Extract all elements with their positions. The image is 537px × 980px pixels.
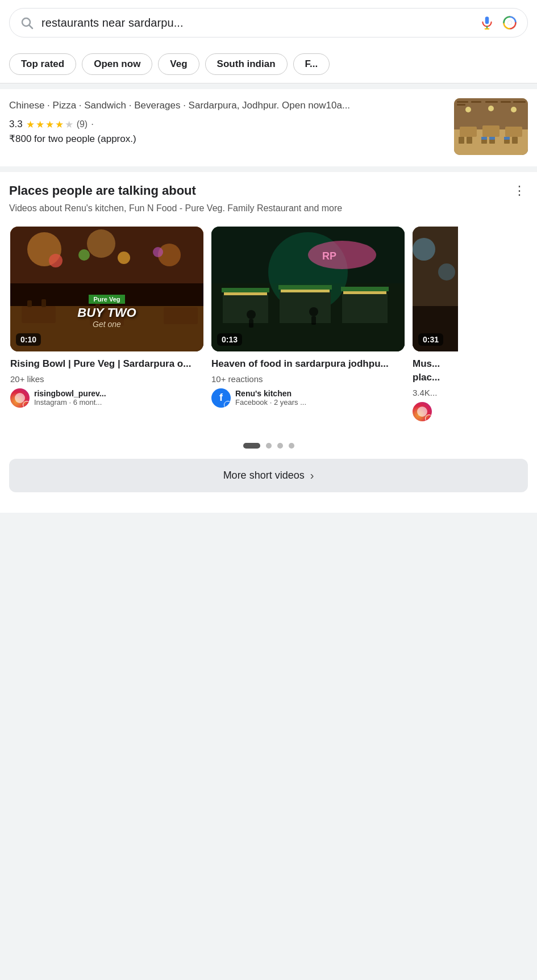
svg-rect-8 [454, 98, 528, 129]
video-thumb-2: RP [211, 227, 405, 351]
svg-point-27 [465, 107, 471, 112]
video-info-2: Heaven of food in sardarpura jodhpu... 1… [211, 351, 405, 412]
star-1: ★ [26, 119, 35, 131]
svg-point-65 [413, 238, 435, 261]
svg-rect-17 [505, 127, 522, 137]
dot-2 [266, 443, 272, 449]
more-videos-label: More short videos [223, 470, 305, 481]
video-card-2[interactable]: RP [211, 227, 405, 426]
restaurant-text: Chinese · Pizza · Sandwich · Beverages ·… [9, 98, 447, 145]
star-4: ★ [55, 119, 64, 131]
svg-text:RP: RP [322, 250, 336, 262]
video-likes-2: 10+ reactions [211, 374, 405, 384]
search-bar[interactable]: restaurants near sardarpu... [9, 8, 528, 37]
places-header: Places people are talking about ⋮ [9, 183, 528, 198]
svg-point-60 [247, 310, 256, 319]
svg-rect-2 [485, 16, 489, 24]
search-icon [20, 16, 34, 30]
section-divider [0, 166, 537, 172]
svg-point-62 [309, 307, 318, 316]
star-5: ★ [65, 119, 73, 131]
video-duration-1: 0:10 [16, 333, 41, 346]
instagram-badge-3 [425, 414, 432, 421]
svg-point-29 [511, 107, 517, 112]
video-card-3-partial[interactable]: 0:31 Mus... plac... 3.4K... [413, 227, 458, 426]
source-name-1: risingbowl_purev... [34, 389, 106, 398]
video-duration-2: 0:13 [217, 333, 242, 346]
chip-top-rated[interactable]: Top rated [9, 53, 76, 75]
rating-row: 3.3 ★ ★ ★ ★ ★ (9) · [9, 119, 447, 131]
mic-icon[interactable] [480, 15, 494, 30]
pagination-dots [9, 435, 528, 459]
video-card-1[interactable]: Pure Veg BUY TWO Get one 0:10 Rising Bow… [10, 227, 203, 426]
restaurant-image [454, 98, 528, 155]
video-title-2: Heaven of food in sardarpura jodhpu... [211, 357, 405, 371]
pure-veg-badge: Pure Veg [89, 295, 124, 304]
chip-south-indian[interactable]: South indian [205, 53, 288, 75]
dot-separator: · [91, 119, 94, 130]
rating-number: 3.3 [9, 119, 23, 130]
instagram-badge-1 [23, 401, 30, 408]
search-bar-container: restaurants near sardarpu... [0, 0, 537, 45]
source-avatar-1 [10, 388, 30, 408]
svg-rect-59 [341, 287, 389, 291]
restaurant-price: ₹800 for two people (approx.) [9, 133, 447, 145]
svg-rect-10 [457, 104, 465, 106]
more-short-videos-button[interactable]: More short videos › [9, 459, 528, 492]
source-avatar-3 [413, 402, 432, 421]
svg-rect-23 [512, 137, 518, 144]
more-options-button[interactable]: ⋮ [511, 183, 528, 198]
svg-point-28 [488, 106, 494, 111]
svg-rect-58 [278, 285, 332, 290]
svg-point-6 [507, 20, 512, 25]
places-section: Places people are talking about ⋮ Videos… [0, 172, 537, 459]
videos-row: Pure Veg BUY TWO Get one 0:10 Rising Bow… [9, 227, 528, 435]
source-meta-1: Instagram · 6 mont... [34, 398, 106, 407]
restaurant-card: Chinese · Pizza · Sandwich · Beverages ·… [0, 89, 537, 166]
video-thumb-1: Pure Veg BUY TWO Get one 0:10 [10, 227, 203, 351]
svg-point-49 [308, 241, 376, 269]
restaurant-categories: Chinese · Pizza · Sandwich · Beverages ·… [9, 98, 447, 113]
chip-more[interactable]: F... [293, 53, 330, 75]
svg-line-1 [30, 26, 33, 29]
lens-icon[interactable] [502, 15, 517, 30]
svg-rect-25 [489, 137, 495, 140]
svg-rect-52 [280, 292, 331, 323]
chevron-right-icon: › [310, 469, 314, 482]
svg-rect-38 [10, 227, 203, 283]
video-source-row-3 [413, 402, 458, 421]
facebook-badge-2 [224, 401, 231, 408]
stars: ★ ★ ★ ★ ★ [26, 119, 73, 131]
video-title-1: Rising Bowl | Pure Veg | Sardarpura o... [10, 357, 203, 371]
source-name-col-2: Renu's kitchen Facebook · 2 years ... [235, 389, 306, 407]
review-count: (9) [77, 119, 88, 129]
dot-1 [243, 443, 260, 449]
svg-rect-57 [222, 288, 269, 292]
video-source-row-1: risingbowl_purev... Instagram · 6 mont..… [10, 388, 203, 408]
places-subtitle: Videos about Renu's kitchen, Fun N Food … [9, 202, 528, 215]
svg-point-66 [438, 263, 455, 280]
video-likes-3: 3.4K... [413, 388, 458, 397]
svg-rect-51 [223, 295, 268, 323]
video-info-1: Rising Bowl | Pure Veg | Sardarpura o...… [10, 351, 203, 412]
video-info-3: Mus... plac... 3.4K... [413, 351, 458, 426]
overlay-line2: Get one [10, 320, 203, 329]
places-title: Places people are talking about [9, 183, 511, 198]
chip-veg[interactable]: Veg [158, 53, 199, 75]
dot-4 [289, 443, 294, 449]
filter-chips-row: Top rated Open now Veg South indian F... [0, 45, 537, 83]
svg-rect-16 [482, 125, 499, 137]
chip-open-now[interactable]: Open now [82, 53, 152, 75]
video-duration-3: 0:31 [418, 333, 443, 346]
svg-rect-63 [311, 316, 316, 325]
svg-rect-53 [342, 294, 388, 323]
svg-rect-26 [504, 137, 510, 140]
svg-rect-19 [467, 137, 472, 144]
star-3: ★ [45, 119, 54, 131]
svg-rect-24 [481, 137, 487, 140]
star-2: ★ [36, 119, 44, 131]
svg-rect-9 [457, 101, 468, 103]
source-name-col-1: risingbowl_purev... Instagram · 6 mont..… [34, 389, 106, 407]
overlay-line1: BUY TWO [10, 306, 203, 320]
video-title-3: Mus... plac... [413, 357, 458, 384]
